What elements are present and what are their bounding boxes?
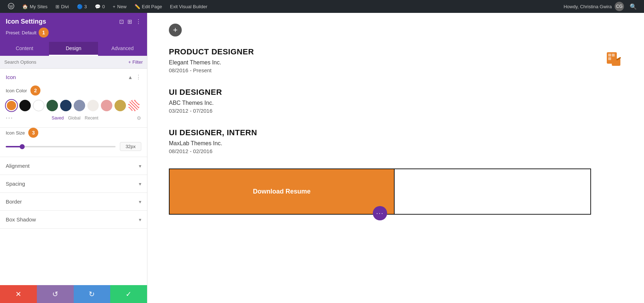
divi-item[interactable]: ⊞ Divi [52,0,73,13]
job-company-1: Elegant Themes Inc. [169,59,591,66]
main-layout: Icon Settings ⊡ ⊞ ⋮ Preset: Default 1 Co… [0,13,644,303]
tab-design[interactable]: Design [49,42,98,56]
download-left: Download Resume [170,169,394,214]
cancel-button[interactable]: ✕ [0,285,37,303]
spacing-title: Spacing [6,181,25,187]
download-resume-button[interactable]: Download Resume [231,179,332,204]
svg-rect-6 [608,57,611,60]
filter-button[interactable]: + Filter [128,59,143,65]
job-entry-1: PRODUCT DESIGNER Elegant Themes Inc. 08/… [169,47,591,73]
size-value-input[interactable] [120,142,141,151]
floating-dots-button[interactable]: ··· [373,206,387,220]
preset-row: Preset: Default 1 [6,28,141,38]
redo-icon: ↻ [89,290,95,298]
box-shadow-section-header[interactable]: Box Shadow ▾ [0,211,147,228]
color-swatch-dark-green[interactable] [47,100,58,111]
comments-item[interactable]: 🔵 3 [73,0,91,13]
palette-icon [605,51,623,68]
content-with-icon: PRODUCT DESIGNER Elegant Themes Inc. 08/… [169,47,623,215]
alignment-chevron-icon: ▾ [139,163,141,169]
download-section: Download Resume ··· [169,168,591,215]
icon-section-menu[interactable]: ⋮ [136,74,141,80]
more-icon[interactable]: ⋮ [136,18,141,25]
layout-icon[interactable]: ⊞ [127,18,132,25]
step-badge-1: 1 [39,28,49,38]
color-swatch-black[interactable] [19,100,31,111]
speech-icon: 💬 [95,4,101,9]
slider-track[interactable] [6,146,116,147]
spacing-section-header[interactable]: Spacing ▾ [0,175,147,192]
icon-size-section: Icon Size 3 [0,128,147,157]
svg-rect-5 [612,54,615,57]
sidebar-header-icons: ⊡ ⊞ ⋮ [119,18,141,25]
color-swatch-light[interactable] [87,100,99,111]
wp-logo-item[interactable]: W [4,0,18,13]
my-sites-item[interactable]: 🏠 My Sites [19,0,51,13]
filter-label: Filter [132,59,143,65]
undo-button[interactable]: ↺ [37,285,74,303]
new-label: New [117,4,127,9]
download-right [394,169,590,214]
icon-section-header[interactable]: Icon ▲ ⋮ [0,69,147,85]
job-dates-2: 03/2012 - 07/2016 [169,108,591,114]
admin-search-icon[interactable]: 🔍 [627,3,640,10]
job-title-2: UI DESIGNER [169,88,591,97]
color-tab-global[interactable]: Global [66,115,83,121]
edit-page-item[interactable]: ✏️ Edit Page [131,0,166,13]
sidebar-tabs: Content Design Advanced [0,42,147,56]
color-dots: ··· [6,114,13,122]
icon-section-title-row: Icon [6,74,16,80]
divi-label: Divi [61,4,69,9]
border-section-header[interactable]: Border ▾ [0,193,147,210]
redo-button[interactable]: ↻ [74,285,111,303]
alignment-section-header[interactable]: Alignment ▾ [0,157,147,175]
color-swatch-dark-blue[interactable] [60,100,72,111]
speech-count: 0 [102,4,105,9]
add-section-button[interactable]: + [169,24,182,36]
edit-page-label: Edit Page [142,4,162,9]
color-swatch-orange[interactable] [6,100,17,111]
color-swatch-gold[interactable] [114,100,126,111]
job-dates-3: 08/2012 - 02/2016 [169,148,591,154]
search-input[interactable] [4,59,126,65]
border-section: Border ▾ [0,193,147,211]
icon-section-chevron-up: ▲ [128,74,133,80]
tab-advanced[interactable]: Advanced [98,42,147,56]
job-company-3: MaxLab Themes Inc. [169,140,591,147]
color-tab-saved[interactable]: Saved [49,115,66,121]
new-item[interactable]: + New [109,0,130,13]
speech-bubble-item[interactable]: 💬 0 [91,0,108,13]
spacing-section: Spacing ▾ [0,175,147,193]
color-swatch-clear[interactable] [128,100,140,111]
save-icon: ✓ [126,290,132,298]
slider-thumb[interactable] [20,144,25,149]
exit-builder-label: Exit Visual Builder [170,4,208,9]
save-button[interactable]: ✓ [110,285,147,303]
box-shadow-section: Box Shadow ▾ [0,211,147,229]
job-title-3: UI DESIGNER, INTERN [169,128,591,137]
fullscreen-icon[interactable]: ⊡ [119,18,124,25]
icon-color-container: Icon Color 2 [0,85,147,127]
my-sites-label: My Sites [30,4,48,9]
svg-rect-3 [612,59,620,66]
user-avatar[interactable]: CG [615,2,624,11]
wp-admin-bar: W 🏠 My Sites ⊞ Divi 🔵 3 💬 0 + New ✏️ Edi… [0,0,644,13]
add-icon: + [173,25,178,35]
color-swatch-pink[interactable] [101,100,112,111]
page-content: + PRODUCT DESIGNER Elegant Themes Inc. 0… [147,13,644,303]
color-swatch-white[interactable] [33,100,44,111]
sidebar-header-top: Icon Settings ⊡ ⊞ ⋮ [6,18,141,25]
cancel-icon: ✕ [15,290,21,298]
color-tab-recent[interactable]: Recent [83,115,101,121]
sidebar-actions: ✕ ↺ ↻ ✓ [0,285,147,303]
icon-area [605,47,623,69]
alignment-title: Alignment [6,163,30,169]
size-label-row: Icon Size 3 [6,128,141,138]
tab-content[interactable]: Content [0,42,49,56]
dots-icon: ··· [376,210,384,217]
color-swatch-slate[interactable] [74,100,85,111]
divi-icon: ⊞ [55,4,59,9]
color-settings-gear-icon[interactable]: ⚙ [137,115,141,121]
filter-plus-icon: + [128,59,131,65]
exit-builder-item[interactable]: Exit Visual Builder [166,0,211,13]
